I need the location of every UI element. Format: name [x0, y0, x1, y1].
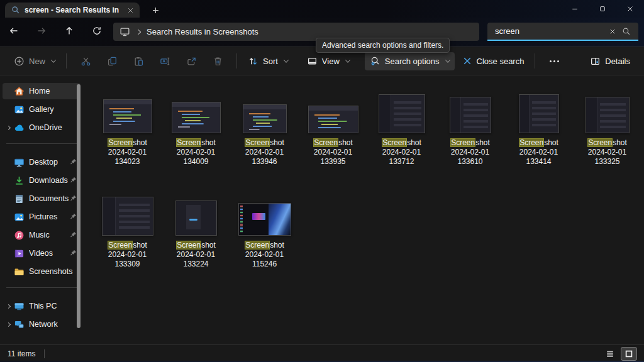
up-button[interactable]: [59, 21, 79, 40]
sidebar-item-desktop[interactable]: Desktop: [3, 154, 80, 170]
view-button[interactable]: View: [302, 52, 355, 70]
tab-close-icon[interactable]: [125, 4, 136, 16]
sidebar-item-pictures[interactable]: Pictures: [3, 209, 80, 225]
sidebar-item-screenshots[interactable]: Screenshots: [3, 263, 80, 280]
sidebar-item-downloads[interactable]: Downloads: [3, 172, 80, 189]
chevron-down-icon: [284, 57, 289, 62]
file-item[interactable]: Screenshot 2024-02-01 134009: [162, 87, 230, 167]
file-item[interactable]: Screenshot 2024-02-01 115246: [230, 189, 299, 269]
file-explorer-window: screen - Search Results in Scre: [0, 0, 644, 362]
search-term-highlight: Screen: [245, 241, 270, 250]
search-options-button[interactable]: Search options: [365, 52, 455, 70]
file-item[interactable]: Screenshot 2024-02-01 134023: [93, 87, 162, 167]
sidebar-item-documents[interactable]: Documents: [3, 190, 80, 207]
refresh-button[interactable]: [87, 21, 107, 40]
new-tab-button[interactable]: [148, 4, 162, 16]
file-name: Screenshot 2024-02-01 134009: [176, 138, 216, 167]
details-view-toggle[interactable]: [602, 348, 618, 360]
sidebar-divider: [6, 143, 77, 144]
search-term-highlight: Screen: [382, 138, 407, 147]
plus-circle-icon: [14, 56, 25, 67]
close-search-button[interactable]: Close search: [457, 52, 530, 70]
chevron-right-icon[interactable]: [6, 304, 10, 308]
file-item[interactable]: Screenshot 2024-02-01 133325: [573, 87, 641, 167]
chevron-down-icon: [445, 57, 450, 62]
sidebar-item-videos[interactable]: Videos: [3, 245, 80, 261]
file-name: Screenshot 2024-02-01 133325: [587, 138, 627, 167]
file-thumbnail: [586, 97, 630, 133]
file-item[interactable]: Screenshot 2024-02-01 133224: [162, 189, 230, 269]
file-item[interactable]: Screenshot 2024-02-01 133309: [93, 189, 162, 269]
search-options-icon: [370, 56, 380, 67]
file-item[interactable]: Screenshot 2024-02-01 133946: [230, 87, 299, 167]
sidebar-item-this-pc[interactable]: This PC: [3, 298, 80, 314]
maximize-button[interactable]: [589, 0, 616, 18]
documents-icon: [14, 194, 25, 204]
window-controls: [561, 0, 644, 18]
this-pc-icon[interactable]: [119, 26, 130, 37]
sidebar-scrollbar[interactable]: [77, 84, 80, 328]
chevron-down-icon: [345, 57, 350, 62]
sidebar-item-network[interactable]: Network: [3, 316, 80, 332]
search-submit-icon[interactable]: [619, 24, 633, 39]
explorer-tab[interactable]: screen - Search Results in Scre: [5, 3, 140, 18]
search-input[interactable]: [495, 26, 606, 36]
breadcrumb[interactable]: Search Results in Screenshots: [147, 27, 258, 36]
file-thumbnail: [175, 200, 217, 236]
details-button[interactable]: Details: [585, 52, 635, 70]
home-icon: [14, 86, 25, 97]
file-item[interactable]: Screenshot 2024-02-01 133712: [367, 87, 436, 167]
paste-button[interactable]: [128, 52, 148, 70]
sidebar-item-onedrive[interactable]: OneDrive: [3, 119, 80, 136]
rename-button[interactable]: [155, 52, 175, 70]
this-pc-icon: [14, 301, 25, 312]
back-button[interactable]: [4, 21, 24, 40]
sort-arrows-icon: [248, 56, 258, 67]
minimize-button[interactable]: [561, 0, 589, 18]
search-box[interactable]: [487, 23, 638, 41]
new-button[interactable]: New: [9, 52, 60, 70]
status-bar: 11 items: [0, 344, 644, 362]
see-more-button[interactable]: [544, 52, 564, 70]
more-options-icon: [550, 60, 559, 62]
forward-button[interactable]: [31, 21, 52, 40]
sidebar-item-music[interactable]: Music: [3, 227, 80, 243]
file-name: Screenshot 2024-02-01 134023: [108, 138, 147, 167]
sidebar-item-home[interactable]: Home: [3, 83, 80, 99]
file-thumbnail: [519, 94, 559, 133]
chevron-right-icon[interactable]: [6, 125, 10, 129]
delete-button[interactable]: [208, 52, 228, 70]
close-button[interactable]: [616, 0, 644, 18]
file-thumbnail: [379, 94, 425, 133]
sidebar-item-gallery[interactable]: Gallery: [3, 101, 80, 118]
file-name: Screenshot 2024-02-01 133946: [245, 138, 284, 167]
file-thumbnail: [308, 106, 358, 133]
search-term-highlight: Screen: [450, 138, 475, 147]
desktop-icon: [14, 157, 25, 168]
file-name: Screenshot 2024-02-01 133935: [313, 138, 353, 167]
clear-search-icon[interactable]: [606, 24, 619, 39]
search-term-highlight: Screen: [587, 138, 613, 147]
share-button[interactable]: [181, 52, 201, 70]
sort-button[interactable]: Sort: [243, 52, 293, 70]
close-search-x-icon: [462, 56, 472, 66]
navigation-pane: Home Gallery OneDrive Desktop Downloads: [0, 75, 83, 344]
copy-button[interactable]: [102, 52, 122, 70]
file-item[interactable]: Screenshot 2024-02-01 133414: [504, 87, 573, 167]
cut-button[interactable]: [75, 52, 96, 70]
item-count: 11 items: [8, 349, 35, 358]
title-bar: screen - Search Results in Scre: [0, 0, 644, 18]
chevron-right-icon[interactable]: [6, 322, 10, 326]
tooltip: Advanced search options and filters.: [316, 38, 450, 53]
file-item[interactable]: Screenshot 2024-02-01 133610: [436, 87, 504, 167]
search-term-highlight: Screen: [176, 138, 201, 147]
view-toggles: [602, 348, 636, 360]
file-item[interactable]: Screenshot 2024-02-01 133935: [299, 87, 367, 167]
file-thumbnail: [102, 197, 153, 236]
downloads-icon: [14, 175, 25, 186]
file-name: Screenshot 2024-02-01 133224: [176, 241, 216, 269]
breadcrumb-chevron-icon[interactable]: [136, 29, 141, 34]
thumbnail-view-toggle[interactable]: [621, 348, 636, 360]
file-name: Screenshot 2024-02-01 115246: [245, 241, 284, 269]
view-icon: [307, 56, 318, 67]
